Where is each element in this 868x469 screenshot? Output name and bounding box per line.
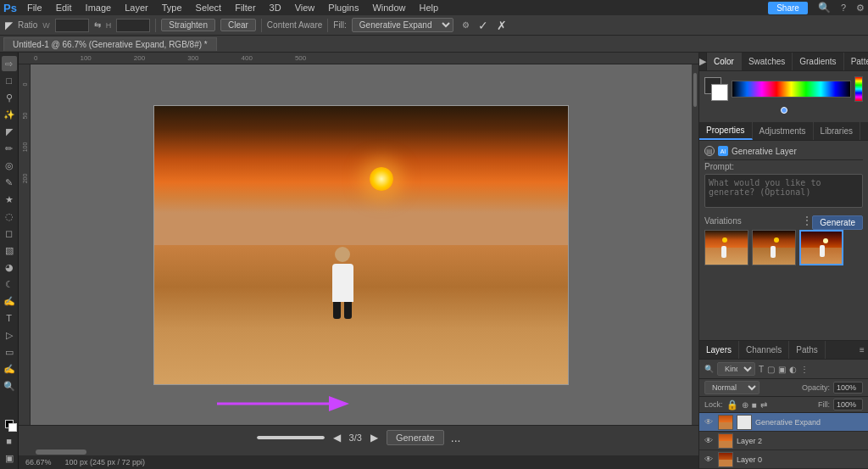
variations-grid-icon[interactable]: ⋮ [802, 215, 812, 226]
tool-quick-mask[interactable]: ■ [2, 433, 17, 449]
tool-fg-bg-color[interactable] [2, 416, 17, 432]
settings-icon[interactable]: ⚙ [856, 3, 865, 14]
hue-slider[interactable] [854, 76, 863, 102]
menu-edit[interactable]: Edit [53, 3, 75, 13]
toolbar-check-icon[interactable]: ✓ [478, 19, 488, 32]
variation-2[interactable] [752, 230, 796, 265]
menu-view[interactable]: View [292, 3, 319, 13]
toolbar-width-input[interactable] [55, 19, 89, 32]
tab-layers[interactable]: Layers [699, 341, 739, 359]
tool-screen-mode[interactable]: ▣ [2, 450, 17, 466]
canvas-workspace[interactable] [31, 64, 692, 425]
menu-filter[interactable]: Filter [231, 3, 259, 13]
nav-prev-btn[interactable]: ◀ [331, 432, 342, 444]
menu-plugins[interactable]: Plugins [325, 3, 362, 13]
layer-1-eye[interactable]: 👁 [704, 417, 715, 427]
tab-gradients[interactable]: Gradients [793, 53, 843, 70]
tool-dodge[interactable]: ☾ [2, 276, 17, 292]
tool-eraser[interactable]: ◻ [2, 226, 17, 241]
menu-type[interactable]: Type [159, 3, 186, 13]
tab-patterns[interactable]: Patterns [844, 53, 868, 70]
layers-panel-menu[interactable]: ≡ [856, 344, 868, 356]
layer-2-eye[interactable]: 👁 [704, 436, 715, 445]
tab-swatches[interactable]: Swatches [742, 53, 793, 70]
menu-file[interactable]: File [24, 3, 46, 13]
effect-icon[interactable]: ⋮ [800, 365, 809, 374]
menu-image[interactable]: Image [82, 3, 115, 13]
toolbar-w: W [42, 21, 50, 30]
layer-generative-expand[interactable]: 👁 Generative Expand [699, 413, 868, 432]
nav-next-btn[interactable]: ▶ [369, 432, 380, 444]
tool-path[interactable]: ▷ [2, 327, 17, 343]
tab-color[interactable]: Color [707, 53, 742, 70]
opacity-input[interactable] [833, 382, 863, 394]
v2-sun [774, 237, 779, 243]
tool-zoom[interactable]: 🔍 [2, 378, 17, 394]
adj-icon[interactable]: ◐ [789, 365, 797, 374]
variation-1[interactable] [704, 230, 748, 265]
tool-move[interactable]: ⇨ [2, 56, 17, 71]
toolbar-clear-btn[interactable]: Clear [220, 19, 256, 31]
panel-collapse-icon[interactable]: ▶ [699, 53, 707, 71]
smart-icon[interactable]: ▣ [778, 365, 786, 374]
layer-0[interactable]: 👁 Layer 0 [699, 450, 868, 469]
tool-magic-wand[interactable]: ✨ [2, 107, 17, 122]
menu-select[interactable]: Select [192, 3, 225, 13]
tool-clone[interactable]: ★ [2, 192, 17, 207]
menu-window[interactable]: Window [369, 3, 409, 13]
prompt-textarea[interactable] [704, 174, 863, 208]
help-icon[interactable]: ? [841, 3, 846, 13]
variation-3[interactable] [799, 230, 843, 265]
lock-pos-icon[interactable]: ⊕ [742, 400, 748, 410]
toolbar-swap-icon[interactable]: ⇆ [94, 20, 101, 30]
share-button[interactable]: Share [768, 2, 808, 14]
type-icon[interactable]: T [759, 365, 764, 374]
layer-0-eye[interactable]: 👁 [704, 455, 715, 464]
tool-hand[interactable]: ✍ [2, 361, 17, 377]
layers-kind-select[interactable]: Kind [717, 362, 755, 376]
tab-libraries[interactable]: Libraries [814, 122, 860, 140]
toolbar-straighten-btn[interactable]: Straighten [161, 19, 215, 31]
menu-3d[interactable]: 3D [266, 3, 285, 13]
toolbar-height-input[interactable] [116, 19, 150, 32]
tab-properties[interactable]: Properties [699, 122, 753, 140]
fill-input[interactable] [833, 399, 863, 410]
tool-crop[interactable]: ◤ [2, 124, 17, 139]
color-gradient-bar[interactable] [732, 81, 851, 98]
lock-all-icon[interactable]: 🔒 [726, 399, 738, 410]
background-color[interactable] [711, 84, 728, 101]
tool-blur[interactable]: ◕ [2, 260, 17, 275]
menu-layer[interactable]: Layer [121, 3, 152, 13]
lock-art-icon[interactable]: ■ [752, 400, 757, 410]
document-tab[interactable]: Untitled-1 @ 66.7% (Generative Expand, R… [3, 37, 217, 51]
tool-history[interactable]: ◌ [2, 209, 17, 224]
pixel-icon[interactable]: ▢ [767, 365, 775, 374]
tab-adjustments[interactable]: Adjustments [753, 122, 814, 140]
tool-eyedropper[interactable]: ✏ [2, 141, 17, 156]
tool-lasso[interactable]: ⚲ [2, 90, 17, 105]
canvas-scrollbar-h[interactable] [19, 449, 698, 455]
toolbar-settings-icon[interactable]: ⚙ [462, 20, 470, 30]
tool-shape[interactable]: ▭ [2, 344, 17, 360]
canvas-scrollbar-v[interactable] [692, 64, 698, 425]
canvas-generate-btn[interactable]: Generate [387, 430, 444, 445]
tool-type[interactable]: T [2, 310, 17, 326]
properties-generate-btn[interactable]: Generate [812, 215, 863, 230]
canvas-image [153, 105, 569, 385]
tool-gradient[interactable]: ▧ [2, 243, 17, 258]
lock-move-icon[interactable]: ⇄ [760, 400, 767, 410]
layer-2[interactable]: 👁 Layer 2 [699, 432, 868, 450]
tool-marquee[interactable]: □ [2, 73, 17, 88]
menu-help[interactable]: Help [416, 3, 442, 13]
tab-channels[interactable]: Channels [739, 341, 789, 359]
toolbar-fill-select[interactable]: Generative Expand [352, 18, 453, 32]
canvas-more-btn[interactable]: ... [451, 431, 461, 444]
status-bar: 66.67% 100 px (245 px / 72 ppi) [19, 455, 698, 469]
tool-healing[interactable]: ◎ [2, 158, 17, 173]
tool-brush[interactable]: ✎ [2, 175, 17, 190]
toolbar-cancel-icon[interactable]: ✗ [497, 19, 507, 32]
blend-mode-select[interactable]: Normal [704, 381, 760, 394]
search-icon[interactable]: 🔍 [818, 2, 831, 14]
tool-pen[interactable]: ✍ [2, 293, 17, 309]
tab-paths[interactable]: Paths [789, 341, 826, 359]
